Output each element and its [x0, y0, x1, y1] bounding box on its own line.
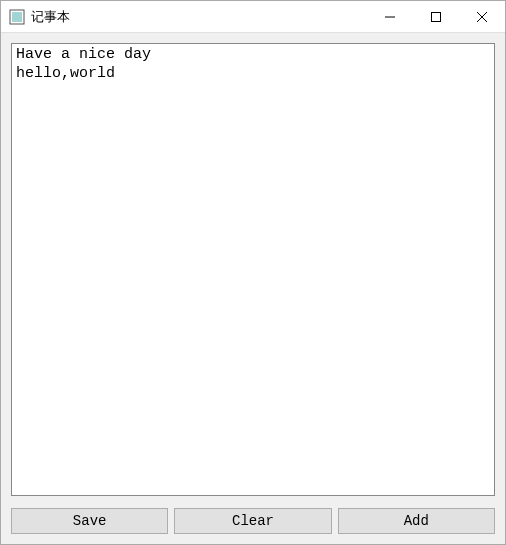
minimize-button[interactable]: [367, 1, 413, 32]
save-button[interactable]: Save: [11, 508, 168, 534]
application-window: 记事本 Save Clear Add: [0, 0, 506, 545]
maximize-icon: [431, 12, 441, 22]
close-button[interactable]: [459, 1, 505, 32]
add-button[interactable]: Add: [338, 508, 495, 534]
close-icon: [477, 12, 487, 22]
clear-button[interactable]: Clear: [174, 508, 331, 534]
window-controls: [367, 1, 505, 32]
text-editor[interactable]: [11, 43, 495, 496]
content-area: [1, 33, 505, 502]
svg-rect-3: [432, 12, 441, 21]
titlebar: 记事本: [1, 1, 505, 33]
svg-rect-1: [12, 12, 22, 22]
app-icon: [9, 9, 25, 25]
window-title: 记事本: [31, 8, 367, 26]
maximize-button[interactable]: [413, 1, 459, 32]
minimize-icon: [385, 12, 395, 22]
button-row: Save Clear Add: [1, 502, 505, 544]
